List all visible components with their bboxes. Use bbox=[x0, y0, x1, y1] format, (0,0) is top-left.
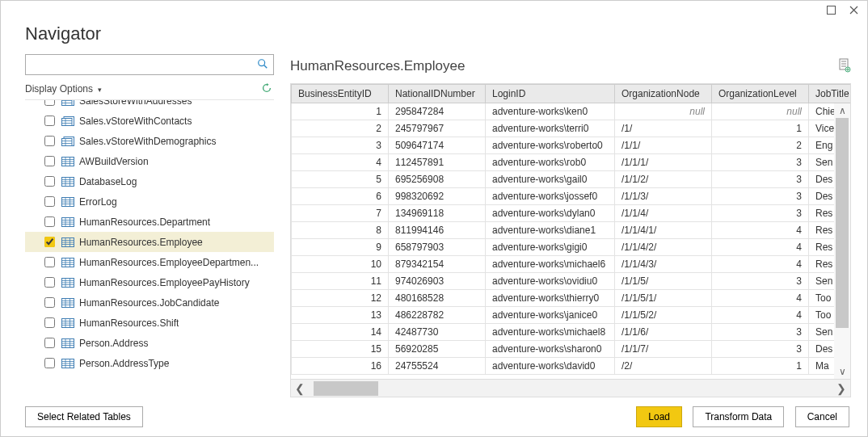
tree-item-checkbox[interactable] bbox=[44, 277, 55, 288]
display-options-label: Display Options bbox=[25, 83, 93, 95]
load-button[interactable]: Load bbox=[636, 406, 682, 427]
preview-options-icon[interactable] bbox=[838, 58, 851, 75]
table-row[interactable]: 4112457891adventure-works\rob0/1/1/1/3Se… bbox=[292, 154, 851, 171]
table-row[interactable]: 5695256908adventure-works\gail0/1/1/2/3D… bbox=[292, 171, 851, 188]
column-header[interactable]: OrganizationNode bbox=[615, 85, 712, 103]
table-row[interactable]: 10879342154adventure-works\michael6/1/1/… bbox=[292, 256, 851, 273]
table-row[interactable]: 13486228782adventure-works\janice0/1/1/5… bbox=[292, 307, 851, 324]
scroll-thumb[interactable] bbox=[836, 118, 849, 328]
tree-item[interactable]: ErrorLog bbox=[25, 191, 274, 212]
table-row[interactable]: 8811994146adventure-works\diane1/1/1/4/1… bbox=[292, 222, 851, 239]
table-cell: /1/1/6/ bbox=[615, 324, 712, 341]
display-options-dropdown[interactable]: Display Options ▾ bbox=[25, 83, 102, 95]
scroll-up-arrow[interactable]: ∧ bbox=[834, 103, 850, 118]
table-cell: 4 bbox=[292, 154, 389, 171]
tree-item-checkbox[interactable] bbox=[44, 196, 55, 207]
table-cell: /1/ bbox=[615, 120, 712, 137]
table-cell: 658797903 bbox=[389, 239, 486, 256]
table-row[interactable]: 6998320692adventure-works\jossef0/1/1/3/… bbox=[292, 188, 851, 205]
tree-item-label: AWBuildVersion bbox=[79, 156, 149, 167]
table-row[interactable]: 1556920285adventure-works\sharon0/1/1/7/… bbox=[292, 341, 851, 358]
vertical-scrollbar[interactable]: ∧ ∨ bbox=[834, 103, 850, 379]
tree-item[interactable]: HumanResources.JobCandidate bbox=[25, 292, 274, 313]
tree-item[interactable]: SalesStoreWithAddresses bbox=[25, 100, 274, 111]
tree-item[interactable]: Sales.vStoreWithDemographics bbox=[25, 131, 274, 151]
table-cell: 16 bbox=[292, 358, 389, 375]
tree-item-checkbox[interactable] bbox=[44, 237, 55, 247]
table-row[interactable]: 12480168528adventure-works\thierry0/1/1/… bbox=[292, 290, 851, 307]
tree-item-checkbox[interactable] bbox=[44, 216, 55, 227]
table-cell: 1 bbox=[712, 120, 809, 137]
tree-item[interactable]: HumanResources.EmployeeDepartmen... bbox=[25, 252, 274, 272]
transform-data-button[interactable]: Transform Data bbox=[693, 406, 784, 427]
table-cell: 2 bbox=[292, 120, 389, 137]
close-button[interactable] bbox=[845, 2, 862, 17]
table-cell: 8 bbox=[292, 222, 389, 239]
scroll-thumb[interactable] bbox=[314, 381, 378, 396]
table-row[interactable]: 9658797903adventure-works\gigi0/1/1/4/2/… bbox=[292, 239, 851, 256]
search-box[interactable] bbox=[25, 54, 274, 75]
table-row[interactable]: 2245797967adventure-works\terri0/1/1Vice bbox=[292, 120, 851, 137]
tree-item[interactable]: Person.Address bbox=[25, 333, 274, 353]
column-header[interactable]: JobTitle bbox=[809, 85, 851, 103]
data-grid[interactable]: BusinessEntityIDNationalIDNumberLoginIDO… bbox=[291, 84, 850, 397]
column-header[interactable]: NationalIDNumber bbox=[389, 85, 486, 103]
table-cell: 3 bbox=[712, 341, 809, 358]
column-header[interactable]: BusinessEntityID bbox=[292, 85, 389, 103]
tree-item-checkbox[interactable] bbox=[44, 358, 55, 368]
table-row[interactable]: 1624755524adventure-works\david0/2/1Ma bbox=[292, 358, 851, 375]
object-tree[interactable]: SalesStoreWithAddressesSales.vStoreWithC… bbox=[25, 100, 274, 397]
tree-item[interactable]: Person.AddressType bbox=[25, 353, 274, 373]
svg-point-1 bbox=[259, 59, 265, 65]
chevron-down-icon: ▾ bbox=[98, 86, 102, 94]
tree-item-checkbox[interactable] bbox=[44, 338, 55, 348]
table-cell: /1/1/7/ bbox=[615, 341, 712, 358]
table-cell: adventure-works\ovidiu0 bbox=[486, 273, 615, 290]
table-row[interactable]: 1295847284adventure-works\ken0nullnullCh… bbox=[292, 103, 851, 120]
tree-item-checkbox[interactable] bbox=[44, 257, 55, 267]
table-icon bbox=[61, 338, 74, 349]
horizontal-scrollbar[interactable]: ❮ ❯ bbox=[291, 379, 850, 397]
table-icon bbox=[61, 216, 74, 228]
tree-item-checkbox[interactable] bbox=[44, 100, 55, 106]
select-related-tables-button[interactable]: Select Related Tables bbox=[25, 406, 143, 427]
scroll-left-arrow[interactable]: ❮ bbox=[291, 380, 309, 397]
search-input[interactable] bbox=[29, 56, 255, 74]
table-icon bbox=[61, 196, 74, 208]
table-cell: 3 bbox=[712, 205, 809, 222]
refresh-button[interactable] bbox=[261, 82, 272, 96]
tree-item[interactable]: Sales.vStoreWithContacts bbox=[25, 111, 274, 131]
maximize-button[interactable] bbox=[822, 2, 840, 17]
table-row[interactable]: 11974026903adventure-works\ovidiu0/1/1/5… bbox=[292, 273, 851, 290]
tree-item[interactable]: HumanResources.Employee bbox=[25, 232, 274, 252]
tree-item-label: DatabaseLog bbox=[79, 176, 137, 187]
table-icon bbox=[61, 156, 74, 167]
table-cell: /1/1/4/1/ bbox=[615, 222, 712, 239]
table-row[interactable]: 7134969118adventure-works\dylan0/1/1/4/3… bbox=[292, 205, 851, 222]
tree-item[interactable]: HumanResources.Shift bbox=[25, 313, 274, 333]
scroll-down-arrow[interactable]: ∨ bbox=[834, 364, 850, 379]
table-icon bbox=[61, 358, 74, 369]
table-cell: /1/1/ bbox=[615, 137, 712, 154]
table-cell: 245797967 bbox=[389, 120, 486, 137]
table-row[interactable]: 3509647174adventure-works\roberto0/1/1/2… bbox=[292, 137, 851, 154]
column-header[interactable]: LoginID bbox=[486, 85, 615, 103]
table-cell: 3 bbox=[712, 171, 809, 188]
tree-item[interactable]: HumanResources.Department bbox=[25, 212, 274, 232]
tree-item-checkbox[interactable] bbox=[44, 156, 55, 166]
cancel-button[interactable]: Cancel bbox=[795, 406, 849, 427]
tree-item-checkbox[interactable] bbox=[44, 136, 55, 146]
scroll-right-arrow[interactable]: ❯ bbox=[832, 380, 850, 397]
tree-item-label: HumanResources.EmployeePayHistory bbox=[79, 277, 250, 288]
tree-item[interactable]: DatabaseLog bbox=[25, 171, 274, 191]
tree-item-checkbox[interactable] bbox=[44, 116, 55, 126]
tree-item[interactable]: HumanResources.EmployeePayHistory bbox=[25, 272, 274, 292]
table-row[interactable]: 1442487730adventure-works\michael8/1/1/6… bbox=[292, 324, 851, 341]
table-cell: 3 bbox=[292, 137, 389, 154]
tree-item-checkbox[interactable] bbox=[44, 317, 55, 328]
tree-item[interactable]: AWBuildVersion bbox=[25, 151, 274, 171]
tree-item-checkbox[interactable] bbox=[44, 176, 55, 187]
column-header[interactable]: OrganizationLevel bbox=[712, 85, 809, 103]
tree-item-checkbox[interactable] bbox=[44, 297, 55, 308]
search-icon[interactable] bbox=[255, 58, 270, 72]
